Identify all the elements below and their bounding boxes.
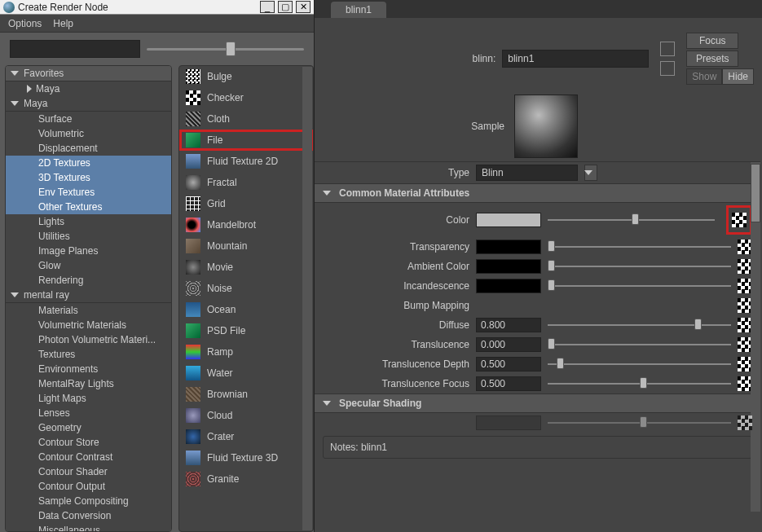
cat-misc[interactable]: Miscellaneous: [6, 523, 171, 532]
node-fractal[interactable]: Fractal: [179, 172, 313, 193]
close-button[interactable]: ✕: [296, 1, 311, 13]
help-menu[interactable]: Help: [53, 18, 73, 29]
transl-label: Translucence: [323, 339, 469, 350]
cat-env-textures[interactable]: Env Textures: [6, 185, 171, 200]
trdepth-input[interactable]: 0.500: [476, 357, 541, 372]
maya-sub[interactable]: Maya: [6, 81, 171, 96]
cat-dataconv[interactable]: Data Conversion: [6, 508, 171, 523]
blinn-name-input[interactable]: blinn1: [502, 50, 649, 68]
cat-rendering[interactable]: Rendering: [6, 273, 171, 288]
node-psd[interactable]: PSD File: [179, 320, 313, 341]
trdepth-slider[interactable]: [548, 363, 731, 365]
node-crater[interactable]: Crater: [179, 426, 313, 447]
cat-cstore[interactable]: Contour Store: [6, 435, 171, 450]
transl-input[interactable]: 0.000: [476, 337, 541, 352]
transl-slider[interactable]: [548, 344, 731, 345]
cat-scomp[interactable]: Sample Compositing: [6, 494, 171, 508]
cat-lenses[interactable]: Lenses: [6, 406, 171, 420]
minimize-button[interactable]: _: [260, 1, 275, 13]
sample-preview: [514, 95, 578, 158]
zoom-slider[interactable]: [147, 48, 304, 51]
specular-header[interactable]: Specular Shading: [315, 394, 760, 413]
brownian-icon: [186, 387, 200, 402]
node-mountain[interactable]: Mountain: [179, 235, 313, 257]
node-brownian[interactable]: Brownian: [179, 384, 313, 405]
node-scrollbar[interactable]: [302, 67, 312, 530]
node-movie[interactable]: Movie: [179, 257, 313, 278]
node-file[interactable]: File: [179, 130, 313, 151]
cat-displacement[interactable]: Displacement: [6, 141, 171, 156]
type-select[interactable]: Blinn: [476, 165, 578, 181]
cat-other-textures[interactable]: Other Textures: [6, 200, 171, 214]
cat-image-planes[interactable]: Image Planes: [6, 244, 171, 258]
fluid2d-icon: [186, 154, 200, 169]
type-caret[interactable]: [584, 165, 597, 181]
maya-header[interactable]: Maya: [6, 96, 171, 112]
output-icon[interactable]: [660, 61, 675, 76]
show-button[interactable]: Show: [686, 68, 722, 85]
presets-button[interactable]: Presets: [686, 51, 738, 67]
color-label: Color: [323, 214, 469, 226]
tab-blinn1[interactable]: blinn1: [331, 2, 386, 18]
maximize-button[interactable]: ▢: [278, 1, 293, 13]
search-input[interactable]: [10, 40, 140, 58]
trfocus-input[interactable]: 0.500: [476, 376, 541, 391]
color-swatch[interactable]: [476, 213, 541, 227]
ambient-slider[interactable]: [548, 266, 731, 267]
cat-2d-textures[interactable]: 2D Textures: [6, 156, 171, 170]
cat-cshader[interactable]: Contour Shader: [6, 464, 171, 479]
node-mandelbrot[interactable]: Mandelbrot: [179, 214, 313, 235]
attr-scrollbar[interactable]: [751, 162, 760, 512]
node-bulge[interactable]: Bulge: [179, 66, 313, 87]
cat-ccontrast[interactable]: Contour Contrast: [6, 450, 171, 464]
node-list: Bulge Checker Cloth File Fluid Texture 2…: [178, 65, 314, 532]
cat-textures[interactable]: Textures: [6, 347, 171, 362]
options-menu[interactable]: Options: [8, 18, 42, 29]
node-cloud[interactable]: Cloud: [179, 405, 313, 426]
trfocus-slider[interactable]: [548, 383, 731, 385]
diffuse-input[interactable]: 0.800: [476, 318, 541, 332]
hide-button[interactable]: Hide: [722, 68, 754, 85]
node-ramp[interactable]: Ramp: [179, 341, 313, 363]
cat-lights[interactable]: Lights: [6, 214, 171, 229]
mentalray-header[interactable]: mental ray: [6, 288, 171, 303]
cat-geometry[interactable]: Geometry: [6, 420, 171, 435]
cat-3d-textures[interactable]: 3D Textures: [6, 170, 171, 185]
node-grid[interactable]: Grid: [179, 193, 313, 214]
transparency-slider[interactable]: [548, 246, 731, 248]
cat-lightmaps[interactable]: Light Maps: [6, 391, 171, 406]
node-fluid2d[interactable]: Fluid Texture 2D: [179, 151, 313, 172]
ambient-swatch[interactable]: [476, 259, 541, 274]
cat-coutput[interactable]: Contour Output: [6, 479, 171, 494]
notes-field[interactable]: Notes: blinn1: [323, 436, 752, 459]
transparency-swatch[interactable]: [476, 240, 541, 254]
movie-icon: [186, 260, 200, 275]
cat-utilities[interactable]: Utilities: [6, 229, 171, 244]
cat-environments[interactable]: Environments: [6, 362, 171, 376]
bulge-icon: [186, 69, 200, 84]
incand-swatch[interactable]: [476, 279, 541, 293]
cat-vol-materials[interactable]: Volumetric Materials: [6, 318, 171, 332]
cat-photon[interactable]: Photon Volumetric Materi...: [6, 332, 171, 347]
cat-materials[interactable]: Materials: [6, 303, 171, 318]
node-fluid3d[interactable]: Fluid Texture 3D: [179, 447, 313, 468]
color-slider[interactable]: [548, 219, 715, 221]
focus-button[interactable]: Focus: [686, 33, 738, 49]
favorites-header[interactable]: Favorites: [6, 66, 171, 81]
node-checker[interactable]: Checker: [179, 87, 313, 108]
diffuse-slider[interactable]: [548, 324, 731, 326]
color-map-button[interactable]: [732, 213, 747, 227]
node-granite[interactable]: Granite: [179, 468, 313, 490]
cat-surface[interactable]: Surface: [6, 112, 171, 126]
node-noise[interactable]: Noise: [179, 278, 313, 299]
node-ocean[interactable]: Ocean: [179, 299, 313, 320]
common-attributes-header[interactable]: Common Material Attributes: [315, 183, 760, 203]
trdepth-label: Translucence Depth: [323, 358, 469, 370]
cat-glow[interactable]: Glow: [6, 258, 171, 273]
incand-slider[interactable]: [548, 285, 731, 287]
cat-volumetric[interactable]: Volumetric: [6, 126, 171, 141]
input-icon[interactable]: [660, 42, 675, 56]
cat-mrlights[interactable]: MentalRay Lights: [6, 376, 171, 391]
node-cloth[interactable]: Cloth: [179, 108, 313, 130]
node-water[interactable]: Water: [179, 363, 313, 384]
